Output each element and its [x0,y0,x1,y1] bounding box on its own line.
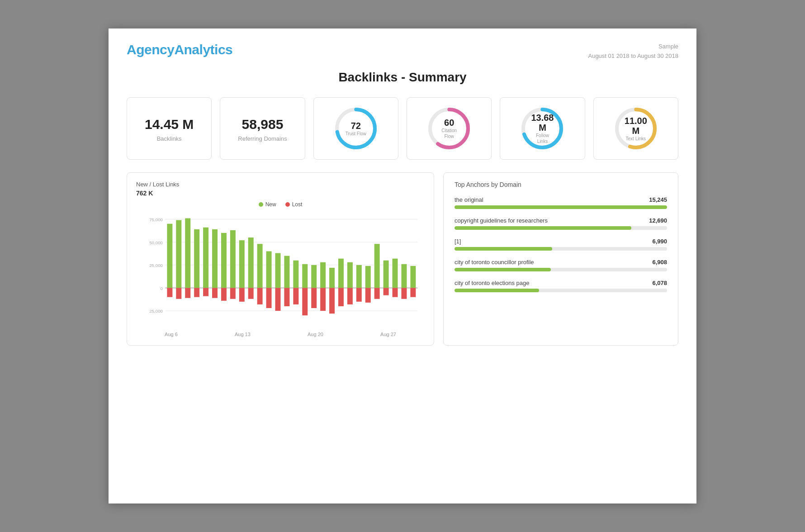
svg-rect-31 [212,288,218,298]
svg-rect-54 [320,262,326,288]
chart-title: New / Lost Links [136,181,425,188]
metric-label-backlinks: Backlinks [157,135,182,142]
page-wrapper: AgencyAnalytics Sample August 01 2018 to… [109,28,696,504]
svg-rect-57 [329,288,335,314]
svg-rect-48 [293,260,298,288]
anchor-bar-fill [455,247,552,251]
svg-rect-58 [338,258,344,288]
svg-text:25,000: 25,000 [149,263,163,268]
svg-rect-24 [185,218,190,288]
gauge-label-trust-flow: 72 Trust Flow [346,120,366,136]
svg-rect-43 [266,288,272,308]
svg-text:75,000: 75,000 [149,217,163,222]
svg-rect-53 [311,288,317,308]
anchor-row: the original 15,245 [455,196,667,209]
anchor-name: city of toronto councillor profile [455,259,534,266]
anchor-header: copyright guidelines for researchers 12,… [455,217,667,224]
svg-rect-55 [320,288,326,311]
svg-rect-59 [338,288,344,306]
anchor-bar-bg [455,205,667,209]
metric-card-trust-flow: 72 Trust Flow [313,97,398,160]
svg-rect-68 [384,260,389,288]
anchor-row: city of toronto elections page 6,078 [455,280,667,292]
gauge-text-links: 11.00 M Text Links [613,106,658,151]
svg-rect-74 [410,266,416,288]
gauge-trust-flow: 72 Trust Flow [333,106,379,151]
svg-rect-71 [393,288,398,297]
metric-card-citation-flow: 60 Citation Flow [407,97,492,160]
anchor-row: copyright guidelines for researchers 12,… [455,217,667,230]
anchors-title: Top Anchors by Domain [455,181,667,188]
svg-rect-51 [302,288,308,315]
header: AgencyAnalytics Sample August 01 2018 to… [127,42,678,61]
svg-rect-62 [356,265,362,288]
svg-rect-72 [401,264,407,288]
svg-rect-50 [302,264,308,288]
gauge-citation-flow: 60 Citation Flow [426,106,472,151]
svg-rect-23 [176,288,181,299]
svg-rect-49 [293,288,298,304]
anchor-row: [1] 6,990 [455,238,667,251]
anchor-name: city of toronto elections page [455,280,530,286]
svg-rect-63 [356,288,362,301]
x-label: Aug 6 [165,332,178,337]
x-label: Aug 13 [235,332,251,337]
svg-rect-37 [239,288,245,301]
logo-text-agency: Agency [127,42,174,57]
svg-rect-35 [230,288,236,299]
svg-rect-25 [185,288,190,298]
legend-lost: Lost [285,201,303,208]
anchor-header: the original 15,245 [455,196,667,203]
x-label: Aug 27 [380,332,396,337]
bar-chart-area: 100 K75,00050,00025,000025,000 [136,212,425,330]
meta-label: Sample [588,42,678,52]
anchor-header: city of toronto councillor profile 6,908 [455,259,667,266]
svg-rect-29 [203,288,208,296]
chart-subtitle: 762 K [136,190,425,197]
meta-date: August 01 2018 to August 30 2018 [588,52,678,61]
bar-chart-svg: 100 K75,00050,00025,000025,000 [136,212,425,330]
anchor-name: [1] [455,238,461,245]
anchor-bar-fill [455,289,539,292]
chart-legend: New Lost [136,201,425,208]
anchor-value: 6,908 [652,259,667,266]
gauge-label-text-links: 11.00 M Text Links [625,115,647,141]
svg-rect-47 [284,288,289,306]
svg-text:50,000: 50,000 [149,240,163,245]
anchor-bar-fill [455,268,551,271]
legend-lost-dot [285,202,290,207]
header-meta: Sample August 01 2018 to August 30 2018 [588,42,678,61]
metric-card-referring-domains: 58,985 Referring Domains [220,97,305,160]
metric-card-follow-links: 13.68 M Follow Links [500,97,585,160]
anchor-row: city of toronto councillor profile 6,908 [455,259,667,271]
svg-rect-61 [347,288,353,304]
chart-panel: New / Lost Links 762 K New Lost 100 K75,… [127,172,434,346]
svg-text:25,000: 25,000 [149,309,163,314]
logo-text-analytics: Analytics [174,42,232,57]
anchor-header: [1] 6,990 [455,238,667,245]
svg-rect-66 [374,244,380,288]
svg-rect-73 [401,288,407,299]
anchor-bar-fill [455,205,667,209]
svg-rect-27 [194,288,199,297]
anchors-list: the original 15,245 copyright guidelines… [455,196,667,292]
metric-label-referring-domains: Referring Domains [238,135,287,142]
svg-rect-32 [221,233,227,288]
anchor-bar-bg [455,289,667,292]
metrics-row: 14.45 M Backlinks 58,985 Referring Domai… [127,97,678,160]
svg-rect-38 [248,238,254,288]
metric-value-referring-domains: 58,985 [242,116,284,133]
logo: AgencyAnalytics [127,42,232,57]
svg-rect-33 [221,288,227,300]
svg-rect-60 [347,262,353,288]
anchor-name: copyright guidelines for researchers [455,217,548,224]
page-title: Backlinks - Summary [127,70,678,85]
svg-rect-69 [384,288,389,295]
anchor-bar-bg [455,247,667,251]
legend-new-dot [259,202,263,207]
svg-rect-22 [176,220,181,288]
svg-rect-20 [167,223,172,288]
svg-rect-30 [212,229,218,288]
svg-rect-56 [329,267,335,288]
metric-card-text-links: 11.00 M Text Links [593,97,678,160]
